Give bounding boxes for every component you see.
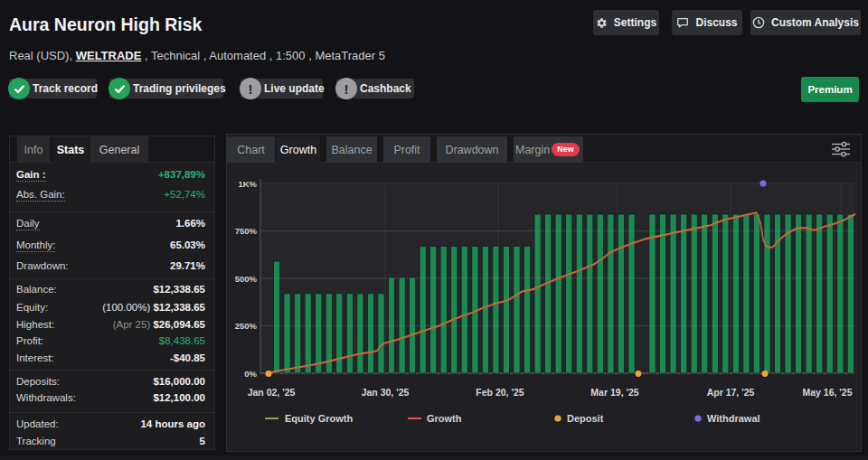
svg-text:May 16, '25: May 16, '25 [802, 387, 852, 398]
svg-text:1K%: 1K% [238, 179, 257, 189]
svg-text:250%: 250% [235, 321, 258, 331]
svg-text:Jan 02, '25: Jan 02, '25 [248, 387, 296, 398]
svg-text:Apr 17, '25: Apr 17, '25 [707, 387, 755, 398]
svg-text:Feb 20, '25: Feb 20, '25 [476, 387, 524, 398]
svg-text:0%: 0% [244, 369, 257, 379]
svg-text:Deposit: Deposit [567, 413, 604, 424]
svg-text:Mar 19, '25: Mar 19, '25 [590, 387, 638, 398]
svg-text:500%: 500% [235, 274, 258, 284]
svg-text:Jan 30, '25: Jan 30, '25 [362, 387, 410, 398]
svg-text:Equity Growth: Equity Growth [285, 413, 353, 424]
svg-text:Withdrawal: Withdrawal [707, 413, 760, 424]
svg-text:750%: 750% [235, 226, 258, 236]
svg-text:Growth: Growth [427, 413, 462, 424]
